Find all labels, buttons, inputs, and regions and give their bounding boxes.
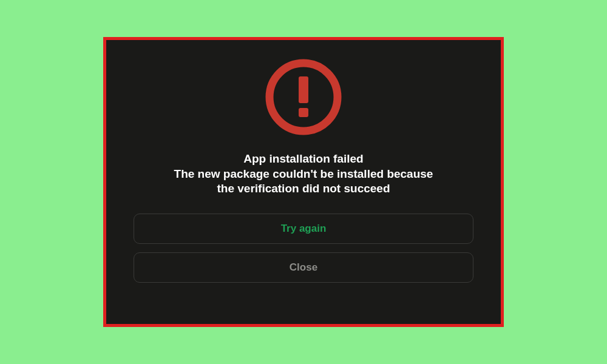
alert-circle-icon bbox=[261, 55, 346, 140]
svg-rect-2 bbox=[299, 108, 308, 117]
button-group: Try again Close bbox=[134, 214, 473, 283]
error-line-1: The new package couldn't be installed be… bbox=[174, 167, 433, 182]
close-button[interactable]: Close bbox=[134, 252, 473, 283]
error-title: App installation failed bbox=[174, 152, 433, 167]
try-again-label: Try again bbox=[281, 223, 327, 235]
close-label: Close bbox=[290, 261, 317, 274]
error-line-2: the verification did not succeed bbox=[174, 181, 433, 197]
svg-rect-1 bbox=[299, 76, 308, 103]
error-dialog: App installation failed The new package … bbox=[103, 37, 504, 327]
try-again-button[interactable]: Try again bbox=[134, 214, 473, 244]
error-message: App installation failed The new package … bbox=[174, 152, 433, 197]
